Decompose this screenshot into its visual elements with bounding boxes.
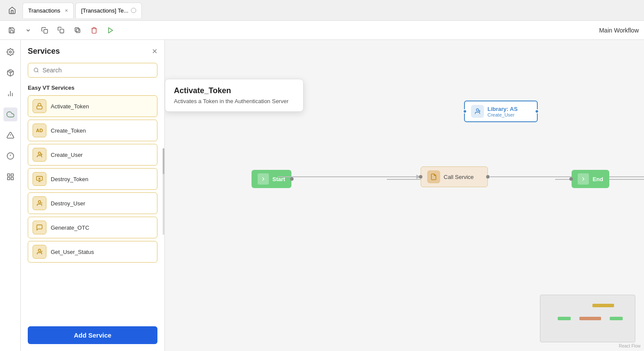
- end-left-dot: [569, 177, 573, 181]
- tooltip: Activate_Token Activates a Token in the …: [165, 79, 304, 112]
- connector-call-end: [490, 176, 644, 177]
- minimap-bar-green2: [610, 317, 623, 320]
- copy1-button[interactable]: [38, 24, 51, 37]
- library-node[interactable]: Library: AS Create_User: [464, 101, 538, 122]
- end-node[interactable]: End: [572, 170, 609, 188]
- svg-rect-17: [11, 174, 13, 176]
- service-item-destroy-user[interactable]: Destroy_User: [28, 192, 157, 214]
- chevron-down-button[interactable]: [22, 24, 35, 37]
- svg-rect-22: [37, 106, 42, 109]
- delete-button[interactable]: [88, 24, 101, 37]
- tab-label: [Transactions] Te...: [81, 7, 128, 14]
- sidebar-alert-button[interactable]: [3, 128, 17, 142]
- service-name: Activate_Token: [51, 103, 89, 110]
- section-title: Easy VT Services: [28, 84, 157, 91]
- sidebar-grid-button[interactable]: [3, 170, 17, 184]
- end-node-label: End: [592, 176, 603, 182]
- service-name: Destroy_Token: [51, 176, 88, 182]
- svg-rect-2: [76, 29, 80, 32]
- service-icon-lock: [33, 99, 46, 113]
- service-icon-destroy-token: [33, 172, 46, 186]
- panel-scrollbar: [163, 148, 164, 235]
- tab-transactions[interactable]: Transactions ✕: [23, 3, 74, 18]
- sidebar-package-button[interactable]: [3, 66, 17, 80]
- svg-point-23: [38, 152, 40, 154]
- tab-bar: Transactions ✕ [Transactions] Te...: [0, 0, 644, 21]
- svg-rect-16: [7, 174, 10, 176]
- start-right-dot: [290, 177, 294, 181]
- add-service-button[interactable]: Add Service: [28, 326, 157, 344]
- copy2-button[interactable]: [55, 24, 68, 37]
- services-header: Services ✕: [28, 47, 157, 56]
- minimap-bar-brown: [579, 317, 601, 320]
- svg-rect-1: [60, 29, 64, 33]
- play-button[interactable]: [104, 24, 117, 37]
- svg-rect-0: [44, 29, 48, 33]
- svg-point-36: [38, 249, 40, 251]
- service-item-activate-token[interactable]: Activate_Token: [28, 95, 157, 117]
- service-name: Generate_OTC: [51, 224, 89, 231]
- service-item-get-user-status[interactable]: Get_User_Status: [28, 241, 157, 263]
- library-node-text: Library: AS Create_User: [487, 106, 518, 117]
- service-icon-user-check: [33, 245, 46, 259]
- tooltip-description: Activates a Token in the Authentication …: [174, 98, 294, 104]
- service-name: Get_User_Status: [51, 249, 94, 255]
- svg-point-31: [38, 201, 40, 203]
- tab-label: Transactions: [28, 7, 60, 14]
- scrollbar-thumb[interactable]: [163, 148, 164, 174]
- svg-point-20: [34, 68, 38, 72]
- call-service-node[interactable]: Call Service: [421, 166, 488, 187]
- svg-point-5: [9, 51, 11, 53]
- services-close-button[interactable]: ✕: [152, 47, 157, 55]
- svg-line-6: [9, 70, 12, 72]
- service-icon-chat: [33, 221, 46, 234]
- sidebar-gear-button[interactable]: [3, 45, 17, 59]
- service-item-generate-otc[interactable]: Generate_OTC: [28, 217, 157, 238]
- service-item-create-token[interactable]: AD Create_Token: [28, 120, 157, 141]
- library-node-sublabel: Create_User: [487, 112, 518, 117]
- service-item-create-user[interactable]: Create_User: [28, 144, 157, 166]
- icon-sidebar: [0, 40, 21, 351]
- call-right-dot: [486, 175, 490, 179]
- tab-indicator: [131, 8, 136, 13]
- copy3-button[interactable]: [71, 24, 84, 37]
- library-node-icon: [471, 105, 484, 118]
- svg-rect-19: [7, 178, 10, 180]
- services-panel: Services ✕ Easy VT Services Activate_Tok…: [21, 40, 165, 351]
- library-node-right-dot: [535, 109, 539, 114]
- call-service-icon: [427, 170, 440, 183]
- sidebar-chart-button[interactable]: [3, 87, 17, 101]
- end-node-icon: [578, 173, 589, 185]
- sidebar-circle-button[interactable]: [3, 149, 17, 163]
- service-name: Create_User: [51, 152, 83, 158]
- svg-line-21: [37, 72, 38, 72]
- service-icon-user-plus: [33, 148, 46, 162]
- tooltip-title: Activate_Token: [174, 86, 294, 95]
- start-node[interactable]: Start: [252, 170, 291, 188]
- svg-rect-18: [11, 178, 13, 180]
- service-icon-ad: AD: [33, 124, 46, 137]
- sidebar-cloud-button[interactable]: [3, 107, 17, 121]
- services-list: Activate_Token AD Create_Token Create_Us…: [28, 95, 157, 321]
- minimap-inner: [540, 295, 635, 342]
- services-title: Services: [28, 47, 60, 56]
- reactflow-watermark: React Flow: [619, 344, 641, 348]
- minimap: [540, 295, 635, 342]
- search-icon: [33, 67, 39, 73]
- main-area: Services ✕ Easy VT Services Activate_Tok…: [0, 40, 644, 351]
- tab-close-button[interactable]: ✕: [65, 8, 68, 13]
- home-tab-button[interactable]: [3, 3, 21, 18]
- service-name: Destroy_User: [51, 200, 85, 207]
- search-box[interactable]: [28, 63, 157, 78]
- minimap-bar-yellow: [592, 304, 614, 307]
- start-node-icon: [258, 173, 269, 185]
- search-input[interactable]: [42, 67, 152, 74]
- save-button[interactable]: [5, 24, 18, 37]
- service-icon-user-minus: [33, 196, 46, 210]
- workflow-canvas[interactable]: Activate_Token Activates a Token in the …: [165, 40, 644, 351]
- service-item-destroy-token[interactable]: Destroy_Token: [28, 168, 157, 190]
- tab-transactions2[interactable]: [Transactions] Te...: [75, 3, 142, 18]
- call-service-label: Call Service: [444, 174, 474, 180]
- library-node-left-dot: [463, 109, 467, 114]
- call-left-dot: [419, 175, 422, 179]
